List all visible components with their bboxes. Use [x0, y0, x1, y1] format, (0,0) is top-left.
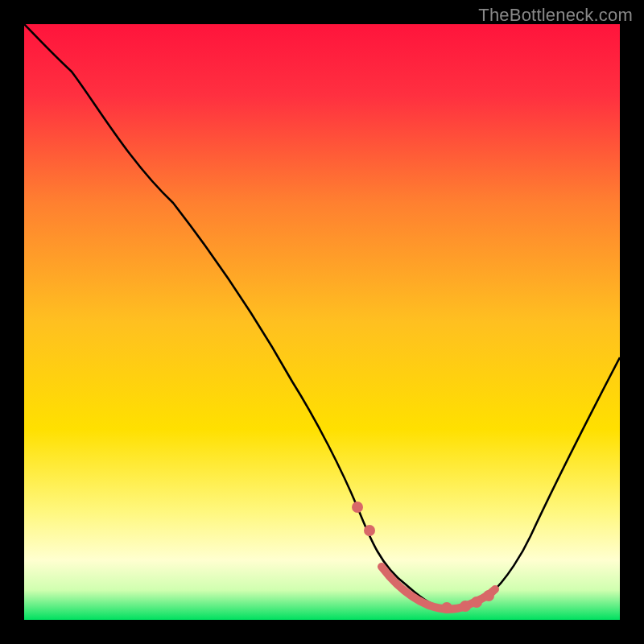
accent-dot: [483, 590, 494, 601]
chart-container: TheBottleneck.com: [0, 0, 644, 644]
plot-area: [24, 24, 620, 620]
accent-dot: [441, 602, 452, 613]
watermark-text: TheBottleneck.com: [478, 5, 633, 26]
accent-dot: [364, 525, 375, 536]
chart-svg: [24, 24, 620, 620]
accent-dot: [460, 601, 471, 612]
accent-dot: [352, 502, 363, 513]
accent-dot: [471, 597, 482, 608]
gradient-background: [24, 24, 620, 620]
